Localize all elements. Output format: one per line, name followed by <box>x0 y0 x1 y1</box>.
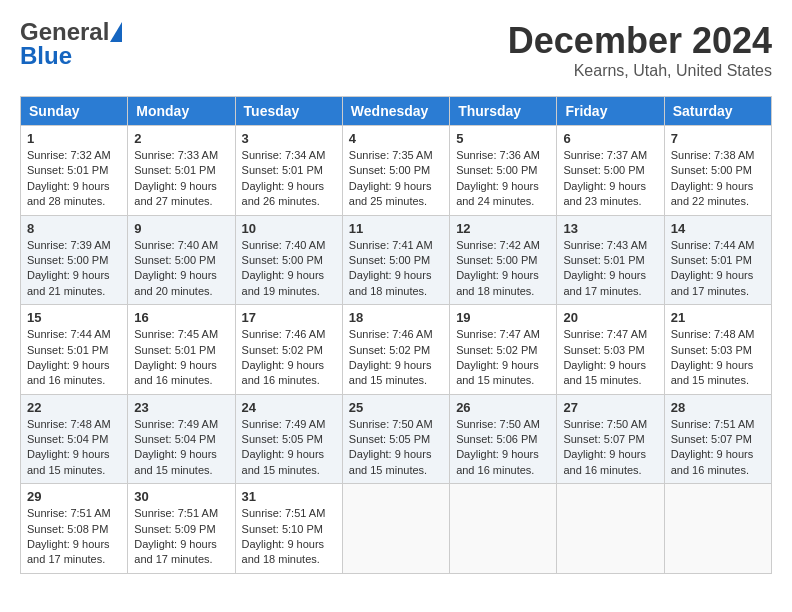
calendar-cell: 4Sunrise: 7:35 AMSunset: 5:00 PMDaylight… <box>342 126 449 216</box>
weekday-header-thursday: Thursday <box>450 97 557 126</box>
calendar-cell: 1Sunrise: 7:32 AMSunset: 5:01 PMDaylight… <box>21 126 128 216</box>
logo-general: General <box>20 18 109 45</box>
day-number: 1 <box>27 131 121 146</box>
day-number: 29 <box>27 489 121 504</box>
calendar-cell: 5Sunrise: 7:36 AMSunset: 5:00 PMDaylight… <box>450 126 557 216</box>
weekday-header-tuesday: Tuesday <box>235 97 342 126</box>
cell-content: Sunrise: 7:49 AMSunset: 5:05 PMDaylight:… <box>242 417 336 479</box>
calendar-cell <box>664 484 771 574</box>
calendar-cell: 19Sunrise: 7:47 AMSunset: 5:02 PMDayligh… <box>450 305 557 395</box>
day-number: 31 <box>242 489 336 504</box>
day-number: 10 <box>242 221 336 236</box>
calendar-cell: 29Sunrise: 7:51 AMSunset: 5:08 PMDayligh… <box>21 484 128 574</box>
cell-content: Sunrise: 7:50 AMSunset: 5:05 PMDaylight:… <box>349 417 443 479</box>
cell-content: Sunrise: 7:50 AMSunset: 5:06 PMDaylight:… <box>456 417 550 479</box>
day-number: 9 <box>134 221 228 236</box>
logo: General Blue <box>20 20 122 68</box>
calendar-table: SundayMondayTuesdayWednesdayThursdayFrid… <box>20 96 772 574</box>
calendar-cell: 30Sunrise: 7:51 AMSunset: 5:09 PMDayligh… <box>128 484 235 574</box>
calendar-week-1: 1Sunrise: 7:32 AMSunset: 5:01 PMDaylight… <box>21 126 772 216</box>
calendar-week-3: 15Sunrise: 7:44 AMSunset: 5:01 PMDayligh… <box>21 305 772 395</box>
day-number: 6 <box>563 131 657 146</box>
calendar-cell: 20Sunrise: 7:47 AMSunset: 5:03 PMDayligh… <box>557 305 664 395</box>
cell-content: Sunrise: 7:41 AMSunset: 5:00 PMDaylight:… <box>349 238 443 300</box>
day-number: 23 <box>134 400 228 415</box>
calendar-cell: 25Sunrise: 7:50 AMSunset: 5:05 PMDayligh… <box>342 394 449 484</box>
cell-content: Sunrise: 7:48 AMSunset: 5:04 PMDaylight:… <box>27 417 121 479</box>
calendar-cell: 12Sunrise: 7:42 AMSunset: 5:00 PMDayligh… <box>450 215 557 305</box>
cell-content: Sunrise: 7:46 AMSunset: 5:02 PMDaylight:… <box>242 327 336 389</box>
calendar-cell: 7Sunrise: 7:38 AMSunset: 5:00 PMDaylight… <box>664 126 771 216</box>
calendar-cell: 6Sunrise: 7:37 AMSunset: 5:00 PMDaylight… <box>557 126 664 216</box>
calendar-cell: 14Sunrise: 7:44 AMSunset: 5:01 PMDayligh… <box>664 215 771 305</box>
day-number: 19 <box>456 310 550 325</box>
calendar-cell: 10Sunrise: 7:40 AMSunset: 5:00 PMDayligh… <box>235 215 342 305</box>
weekday-header-sunday: Sunday <box>21 97 128 126</box>
day-number: 28 <box>671 400 765 415</box>
day-number: 3 <box>242 131 336 146</box>
cell-content: Sunrise: 7:38 AMSunset: 5:00 PMDaylight:… <box>671 148 765 210</box>
day-number: 17 <box>242 310 336 325</box>
cell-content: Sunrise: 7:40 AMSunset: 5:00 PMDaylight:… <box>134 238 228 300</box>
cell-content: Sunrise: 7:47 AMSunset: 5:03 PMDaylight:… <box>563 327 657 389</box>
calendar-cell: 31Sunrise: 7:51 AMSunset: 5:10 PMDayligh… <box>235 484 342 574</box>
cell-content: Sunrise: 7:47 AMSunset: 5:02 PMDaylight:… <box>456 327 550 389</box>
calendar-week-4: 22Sunrise: 7:48 AMSunset: 5:04 PMDayligh… <box>21 394 772 484</box>
cell-content: Sunrise: 7:37 AMSunset: 5:00 PMDaylight:… <box>563 148 657 210</box>
weekday-header-friday: Friday <box>557 97 664 126</box>
day-number: 14 <box>671 221 765 236</box>
logo-blue: Blue <box>20 42 72 69</box>
weekday-header-monday: Monday <box>128 97 235 126</box>
cell-content: Sunrise: 7:51 AMSunset: 5:10 PMDaylight:… <box>242 506 336 568</box>
day-number: 25 <box>349 400 443 415</box>
cell-content: Sunrise: 7:46 AMSunset: 5:02 PMDaylight:… <box>349 327 443 389</box>
calendar-cell: 28Sunrise: 7:51 AMSunset: 5:07 PMDayligh… <box>664 394 771 484</box>
calendar-cell <box>450 484 557 574</box>
calendar-cell: 27Sunrise: 7:50 AMSunset: 5:07 PMDayligh… <box>557 394 664 484</box>
cell-content: Sunrise: 7:51 AMSunset: 5:09 PMDaylight:… <box>134 506 228 568</box>
calendar-cell <box>342 484 449 574</box>
weekday-header-row: SundayMondayTuesdayWednesdayThursdayFrid… <box>21 97 772 126</box>
calendar-cell: 11Sunrise: 7:41 AMSunset: 5:00 PMDayligh… <box>342 215 449 305</box>
page-header: General Blue December 2024 Kearns, Utah,… <box>20 20 772 80</box>
day-number: 21 <box>671 310 765 325</box>
day-number: 5 <box>456 131 550 146</box>
day-number: 30 <box>134 489 228 504</box>
calendar-cell: 22Sunrise: 7:48 AMSunset: 5:04 PMDayligh… <box>21 394 128 484</box>
day-number: 11 <box>349 221 443 236</box>
day-number: 16 <box>134 310 228 325</box>
cell-content: Sunrise: 7:36 AMSunset: 5:00 PMDaylight:… <box>456 148 550 210</box>
weekday-header-saturday: Saturday <box>664 97 771 126</box>
calendar-cell: 8Sunrise: 7:39 AMSunset: 5:00 PMDaylight… <box>21 215 128 305</box>
day-number: 20 <box>563 310 657 325</box>
cell-content: Sunrise: 7:44 AMSunset: 5:01 PMDaylight:… <box>27 327 121 389</box>
calendar-cell: 21Sunrise: 7:48 AMSunset: 5:03 PMDayligh… <box>664 305 771 395</box>
cell-content: Sunrise: 7:51 AMSunset: 5:07 PMDaylight:… <box>671 417 765 479</box>
weekday-header-wednesday: Wednesday <box>342 97 449 126</box>
day-number: 15 <box>27 310 121 325</box>
calendar-cell: 3Sunrise: 7:34 AMSunset: 5:01 PMDaylight… <box>235 126 342 216</box>
cell-content: Sunrise: 7:39 AMSunset: 5:00 PMDaylight:… <box>27 238 121 300</box>
cell-content: Sunrise: 7:32 AMSunset: 5:01 PMDaylight:… <box>27 148 121 210</box>
calendar-week-5: 29Sunrise: 7:51 AMSunset: 5:08 PMDayligh… <box>21 484 772 574</box>
cell-content: Sunrise: 7:45 AMSunset: 5:01 PMDaylight:… <box>134 327 228 389</box>
location-subtitle: Kearns, Utah, United States <box>508 62 772 80</box>
cell-content: Sunrise: 7:33 AMSunset: 5:01 PMDaylight:… <box>134 148 228 210</box>
day-number: 2 <box>134 131 228 146</box>
cell-content: Sunrise: 7:48 AMSunset: 5:03 PMDaylight:… <box>671 327 765 389</box>
cell-content: Sunrise: 7:49 AMSunset: 5:04 PMDaylight:… <box>134 417 228 479</box>
calendar-week-2: 8Sunrise: 7:39 AMSunset: 5:00 PMDaylight… <box>21 215 772 305</box>
month-year-title: December 2024 <box>508 20 772 62</box>
cell-content: Sunrise: 7:34 AMSunset: 5:01 PMDaylight:… <box>242 148 336 210</box>
day-number: 8 <box>27 221 121 236</box>
calendar-cell: 17Sunrise: 7:46 AMSunset: 5:02 PMDayligh… <box>235 305 342 395</box>
title-section: December 2024 Kearns, Utah, United State… <box>508 20 772 80</box>
cell-content: Sunrise: 7:44 AMSunset: 5:01 PMDaylight:… <box>671 238 765 300</box>
cell-content: Sunrise: 7:51 AMSunset: 5:08 PMDaylight:… <box>27 506 121 568</box>
logo-triangle-icon <box>110 22 122 42</box>
calendar-cell: 15Sunrise: 7:44 AMSunset: 5:01 PMDayligh… <box>21 305 128 395</box>
day-number: 26 <box>456 400 550 415</box>
day-number: 18 <box>349 310 443 325</box>
cell-content: Sunrise: 7:50 AMSunset: 5:07 PMDaylight:… <box>563 417 657 479</box>
calendar-cell: 26Sunrise: 7:50 AMSunset: 5:06 PMDayligh… <box>450 394 557 484</box>
